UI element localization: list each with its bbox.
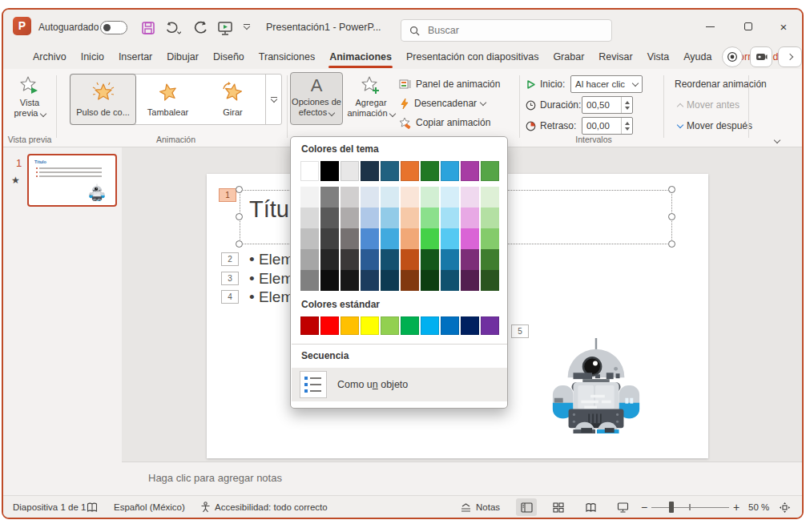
theme-color-variant-swatch[interactable]	[421, 187, 439, 208]
autosave-toggle[interactable]	[100, 21, 127, 34]
theme-color-variant-swatch[interactable]	[461, 187, 479, 208]
zoom-slider-track[interactable]	[651, 507, 729, 509]
theme-color-variant-swatch[interactable]	[361, 208, 379, 228]
theme-color-swatch[interactable]	[441, 161, 459, 181]
duration-spinner-arrows[interactable]	[621, 97, 632, 113]
collapse-ribbon-button[interactable]	[775, 131, 780, 146]
resize-handle[interactable]	[668, 186, 675, 193]
minimize-button[interactable]	[692, 10, 727, 43]
fit-to-window-button[interactable]	[779, 496, 791, 518]
theme-color-variant-swatch[interactable]	[441, 228, 459, 249]
animation-badge[interactable]: 2	[221, 252, 239, 266]
theme-color-variant-swatch[interactable]	[320, 187, 339, 208]
theme-color-variant-swatch[interactable]	[401, 208, 419, 228]
notes-panel[interactable]: Haga clic para agregar notas	[122, 461, 802, 495]
sequence-item-as-one-object[interactable]: Como un objeto	[292, 368, 507, 401]
theme-color-variant-swatch[interactable]	[300, 208, 319, 228]
theme-color-variant-swatch[interactable]	[481, 228, 499, 249]
animation-badge[interactable]: 5	[511, 324, 529, 338]
animation-badge[interactable]: 3	[221, 272, 239, 285]
theme-color-variant-swatch[interactable]	[341, 249, 359, 270]
theme-color-variant-swatch[interactable]	[441, 187, 459, 208]
theme-color-variant-swatch[interactable]	[461, 228, 479, 249]
start-slideshow-icon[interactable]	[216, 19, 234, 37]
resize-handle[interactable]	[668, 213, 675, 220]
animation-badge[interactable]: 1	[219, 188, 236, 202]
theme-color-variant-swatch[interactable]	[361, 187, 379, 208]
slide-sorter-view-button[interactable]	[548, 498, 569, 516]
theme-color-variant-swatch[interactable]	[341, 208, 359, 228]
spellcheck-book-icon[interactable]	[87, 496, 98, 518]
theme-color-variant-swatch[interactable]	[300, 270, 319, 291]
theme-color-variant-swatch[interactable]	[300, 187, 319, 208]
theme-color-swatch[interactable]	[421, 161, 439, 181]
delay-spinner-arrows[interactable]	[621, 118, 632, 134]
search-input[interactable]	[426, 24, 586, 37]
notes-toggle-button[interactable]: Notas	[460, 496, 500, 518]
theme-color-variant-swatch[interactable]	[381, 228, 399, 249]
tab-diseño[interactable]: Diseño	[206, 45, 252, 69]
theme-color-swatch[interactable]	[300, 161, 319, 181]
redo-icon[interactable]	[192, 19, 210, 37]
robot-image[interactable]	[546, 337, 647, 434]
theme-color-swatch[interactable]	[481, 161, 499, 181]
tab-revisar[interactable]: Revisar	[591, 45, 639, 69]
animation-painter-button[interactable]: Copiar animación	[399, 114, 490, 131]
standard-color-swatch[interactable]	[300, 316, 319, 335]
theme-color-variant-swatch[interactable]	[401, 270, 419, 291]
theme-color-variant-swatch[interactable]	[320, 228, 339, 249]
zoom-in-button[interactable]: +	[733, 496, 740, 518]
resize-handle[interactable]	[236, 186, 243, 193]
standard-color-swatch[interactable]	[421, 316, 439, 335]
theme-color-swatch[interactable]	[341, 161, 359, 181]
theme-color-variant-swatch[interactable]	[381, 187, 399, 208]
theme-color-variant-swatch[interactable]	[421, 208, 439, 228]
theme-color-variant-swatch[interactable]	[461, 270, 479, 291]
tab-dibujar[interactable]: Dibujar	[159, 45, 206, 69]
theme-color-swatch[interactable]	[461, 161, 479, 181]
theme-color-variant-swatch[interactable]	[341, 228, 359, 249]
theme-color-variant-swatch[interactable]	[381, 249, 399, 270]
theme-color-swatch[interactable]	[320, 161, 339, 181]
standard-color-swatch[interactable]	[401, 316, 419, 335]
reading-view-button[interactable]	[580, 498, 601, 516]
theme-color-variant-swatch[interactable]	[341, 187, 359, 208]
standard-color-swatch[interactable]	[441, 316, 459, 335]
resize-handle[interactable]	[236, 240, 243, 248]
undo-icon[interactable]	[163, 19, 181, 37]
theme-color-swatch[interactable]	[381, 161, 399, 181]
theme-color-variant-swatch[interactable]	[421, 270, 439, 291]
tab-animaciones[interactable]: Animaciones	[322, 45, 399, 69]
theme-color-variant-swatch[interactable]	[361, 228, 379, 249]
zoom-slider-handle[interactable]	[669, 502, 674, 513]
tab-presentación-con-diapositivas[interactable]: Presentación con diapositivas	[399, 45, 546, 69]
preview-button[interactable]: Vista previa	[8, 72, 51, 119]
theme-color-variant-swatch[interactable]	[401, 187, 419, 208]
gallery-more-button[interactable]	[265, 75, 281, 124]
normal-view-button[interactable]	[516, 498, 537, 516]
theme-color-variant-swatch[interactable]	[441, 208, 459, 228]
standard-color-swatch[interactable]	[320, 316, 339, 335]
slide-counter[interactable]: Diapositiva 1 de 1	[13, 496, 86, 518]
tab-inicio[interactable]: Inicio	[74, 45, 111, 69]
powerpoint-logo-icon[interactable]: P	[13, 17, 31, 35]
theme-color-variant-swatch[interactable]	[401, 228, 419, 249]
theme-color-swatch[interactable]	[401, 161, 419, 181]
resize-handle[interactable]	[236, 213, 243, 220]
theme-color-variant-swatch[interactable]	[381, 208, 399, 228]
theme-color-variant-swatch[interactable]	[441, 249, 459, 270]
animation-gallery-item[interactable]: Girar	[200, 75, 265, 124]
animation-pane-button[interactable]: Panel de animación	[399, 75, 500, 93]
tab-ayuda[interactable]: Ayuda	[676, 45, 719, 69]
tab-vista[interactable]: Vista	[640, 45, 677, 69]
theme-color-variant-swatch[interactable]	[320, 249, 339, 270]
animation-badge[interactable]: 4	[221, 290, 239, 304]
tab-archivo[interactable]: Archivo	[26, 45, 74, 69]
theme-color-variant-swatch[interactable]	[441, 270, 459, 291]
theme-color-variant-swatch[interactable]	[300, 228, 319, 249]
accessibility-status[interactable]: Accesibilidad: todo correcto	[200, 496, 328, 518]
theme-color-variant-swatch[interactable]	[481, 208, 499, 228]
zoom-out-button[interactable]: −	[641, 496, 647, 518]
theme-color-variant-swatch[interactable]	[341, 270, 359, 291]
theme-color-variant-swatch[interactable]	[361, 249, 379, 270]
